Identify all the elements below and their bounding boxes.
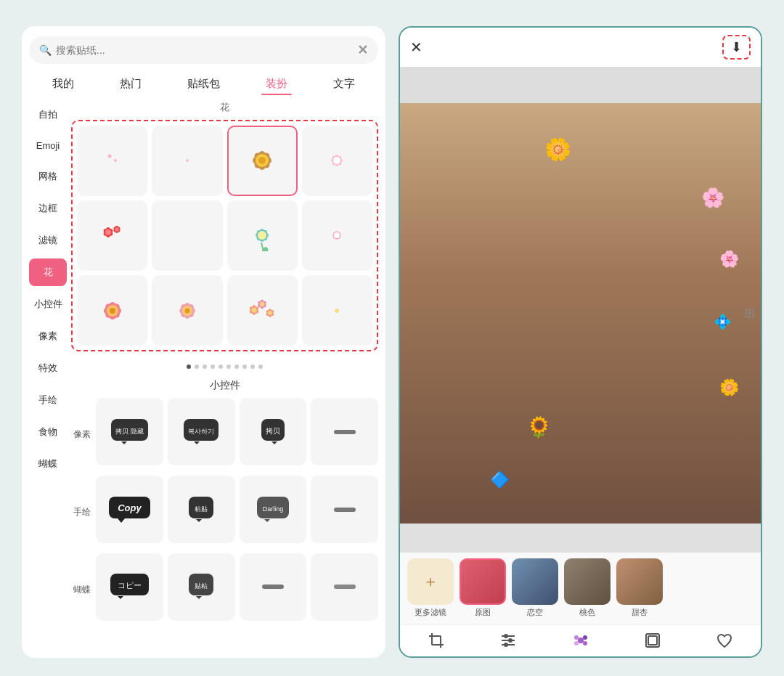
sticker-7[interactable] [227, 200, 298, 271]
nav-filter[interactable]: 滤镜 [29, 227, 67, 254]
dot-5[interactable] [219, 365, 223, 369]
widget-copy-jp2[interactable]: コピー [96, 553, 163, 621]
dot-9[interactable] [250, 365, 255, 369]
sticker-10[interactable] [152, 275, 222, 346]
sticker-2[interactable] [152, 126, 222, 196]
filter-peach-label: 桃色 [579, 607, 595, 618]
svg-point-8 [258, 157, 266, 164]
sticker-5[interactable] [77, 200, 147, 271]
filter-sweet-thumb[interactable] [616, 558, 663, 605]
widget-paste3[interactable]: 贴粘 [168, 553, 235, 621]
filter-peach[interactable]: 桃色 [564, 558, 611, 618]
widget-copy-kr[interactable]: 복사하기 [168, 398, 235, 465]
flower-section [71, 120, 378, 352]
widget-dash4[interactable] [311, 553, 378, 621]
left-panel: 🔍 ✕ 我的 热门 贴纸包 装扮 文字 自拍 Emoji 网格 边框 滤镜 花 … [22, 26, 385, 658]
filter-lovesky-label: 恋空 [527, 607, 543, 618]
toolbar-adjust[interactable] [499, 632, 517, 649]
tab-mine[interactable]: 我的 [48, 74, 78, 94]
search-bar: 🔍 ✕ [29, 36, 378, 64]
dot-8[interactable] [242, 365, 247, 369]
nav-border[interactable]: 边框 [29, 195, 67, 222]
filter-add-btn[interactable]: ＋ [407, 558, 454, 605]
widget-paste-cn[interactable]: 拷贝 [240, 398, 307, 465]
top-gray-band [400, 67, 761, 103]
svg-point-39 [110, 308, 115, 314]
sidebar-content: 自拍 Emoji 网格 边框 滤镜 花 小控件 像素 特效 手绘 食物 蝴蝶 花 [29, 101, 378, 648]
widget-copy-en[interactable]: Copy [96, 476, 163, 543]
close-search-icon[interactable]: ✕ [357, 42, 368, 58]
dot-7[interactable] [234, 365, 239, 369]
dot-6[interactable] [226, 365, 231, 369]
nav-flower[interactable]: 花 [29, 258, 67, 286]
svg-point-1 [114, 159, 117, 162]
dot-10[interactable] [258, 365, 263, 369]
widget-label-butterfly: 蝴蝶 [71, 584, 93, 596]
plus-icon: ＋ [422, 571, 438, 592]
widget-darling[interactable]: Darling [240, 476, 307, 543]
dot-4[interactable] [211, 365, 215, 369]
tab-outfit[interactable]: 装扮 [261, 74, 292, 94]
toolbar-sticker[interactable] [572, 632, 589, 649]
sticker-4[interactable] [302, 126, 372, 196]
dot-2[interactable] [195, 365, 199, 369]
widget-grid-butterfly: コピー 贴粘 [96, 553, 378, 621]
right-header: ✕ ⬇ [400, 28, 761, 67]
sidebar-nav: 自拍 Emoji 网格 边框 滤镜 花 小控件 像素 特效 手绘 食物 蝴蝶 [29, 101, 67, 648]
filter-peach-thumb[interactable] [564, 558, 611, 605]
widget-dash1[interactable] [311, 398, 378, 465]
nav-emoji[interactable]: Emoji [29, 133, 67, 158]
page-dots [71, 365, 378, 369]
dot-1[interactable] [187, 365, 191, 369]
widget-dash2[interactable] [311, 476, 378, 543]
nav-widget[interactable]: 小控件 [29, 290, 67, 318]
sticker-11[interactable] [227, 275, 298, 346]
sticker-1[interactable] [77, 126, 147, 196]
tab-text[interactable]: 文字 [329, 74, 359, 94]
nav-draw[interactable]: 手绘 [29, 386, 67, 414]
tab-hot[interactable]: 热门 [115, 74, 146, 94]
filter-more[interactable]: ＋ 更多滤镜 [407, 558, 454, 618]
svg-point-65 [505, 643, 507, 646]
filter-sweet[interactable]: 甜杏 [616, 558, 663, 618]
tab-pack[interactable]: 贴纸包 [183, 74, 224, 94]
sticker-9[interactable] [77, 275, 147, 346]
widget-copy-jp[interactable]: 拷贝 隐藏 [96, 398, 163, 465]
toggle-button[interactable]: ⊞ [744, 305, 755, 321]
nav-food[interactable]: 食物 [29, 418, 67, 446]
svg-rect-59 [432, 636, 441, 645]
filter-love-sky[interactable]: 恋空 [512, 558, 558, 618]
search-input[interactable] [56, 44, 357, 56]
section-label-widget: 小控件 [71, 379, 378, 392]
filter-original[interactable]: 原图 [460, 558, 506, 618]
svg-point-53 [260, 301, 265, 306]
widget-grid-pixel: 拷贝 隐藏 복사하기 拷贝 [96, 398, 378, 465]
widget-dash3[interactable] [240, 553, 307, 621]
nav-effect[interactable]: 特效 [29, 354, 67, 382]
toolbar-crop[interactable] [428, 632, 445, 649]
nav-butterfly[interactable]: 蝴蝶 [29, 450, 67, 478]
close-button[interactable]: ✕ [410, 38, 422, 56]
flower-grid [77, 126, 372, 346]
dot-3[interactable] [203, 365, 207, 369]
toolbar-frame[interactable] [644, 632, 661, 649]
bottom-gray-band [400, 524, 761, 553]
nav-grid[interactable]: 网格 [29, 163, 67, 190]
filter-lovesky-thumb[interactable] [512, 558, 558, 605]
photo-face: 🌼 🌸 🌸 💠 🌼 🌻 🔷 ⊞ [400, 103, 761, 524]
sticker-12[interactable] [302, 275, 372, 346]
download-button[interactable]: ⬇ [722, 35, 751, 60]
sticker-3[interactable] [227, 126, 298, 196]
nav-pixel[interactable]: 像素 [29, 322, 67, 350]
filter-more-label: 更多滤镜 [415, 607, 446, 618]
filter-original-thumb[interactable] [460, 558, 506, 605]
svg-point-58 [335, 309, 339, 313]
nav-selfie[interactable]: 自拍 [29, 101, 67, 129]
widget-label-pixel: 像素 [71, 428, 93, 441]
sticker-8[interactable] [302, 200, 372, 271]
toolbar-heart[interactable] [716, 632, 733, 649]
sticker-6[interactable] [152, 200, 222, 271]
svg-point-69 [574, 641, 579, 646]
widget-paste2[interactable]: 粘贴 [168, 476, 235, 543]
svg-point-63 [505, 635, 507, 638]
